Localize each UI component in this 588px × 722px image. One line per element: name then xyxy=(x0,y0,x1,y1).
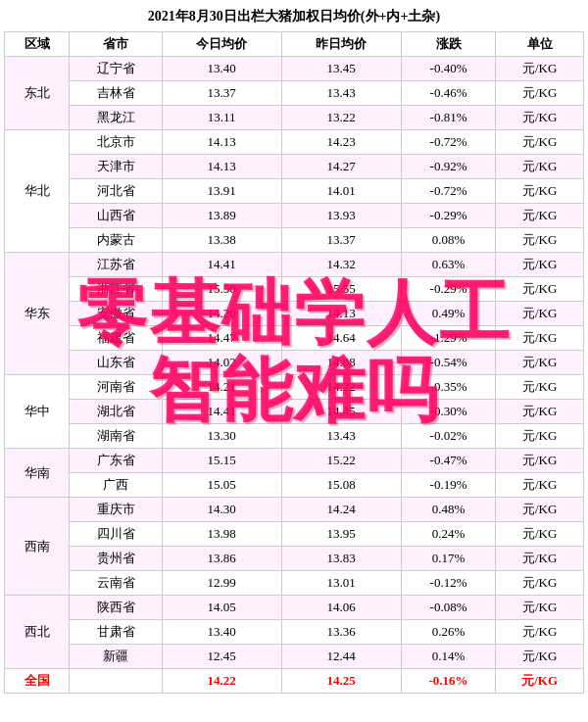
change-cell: 0.26% xyxy=(401,620,496,645)
yesterday-price-cell: 14.08 xyxy=(281,351,401,375)
table-row: 华南广东省15.1515.22-0.47%元/KG xyxy=(5,449,584,473)
province-cell: 广东省 xyxy=(70,449,162,473)
change-cell: 0.48% xyxy=(401,498,496,522)
change-cell: -0.46% xyxy=(401,81,496,106)
table-row: 福建省14.4714.64-1.29%元/KG xyxy=(5,326,584,351)
table-row: 浙江省15.5015.55-0.29%元/KG xyxy=(5,277,584,302)
today-price-cell: 14.30 xyxy=(162,498,281,522)
today-price-cell: 14.47 xyxy=(162,326,281,351)
unit-cell: 元/KG xyxy=(496,81,584,106)
unit-cell: 元/KG xyxy=(496,571,584,596)
today-price-cell: 13.89 xyxy=(162,204,281,228)
table-row: 安徽省14.2014.130.49%元/KG xyxy=(5,302,584,326)
yesterday-price-cell: 12.44 xyxy=(281,645,401,669)
today-price-cell: 13.11 xyxy=(162,106,281,130)
today-price-cell: 14.13 xyxy=(162,130,281,155)
today-price-cell: 15.05 xyxy=(162,473,281,498)
table-row: 湖南省13.3013.43-0.02%元/KG xyxy=(5,424,584,449)
change-cell: 0.17% xyxy=(401,547,496,571)
yesterday-price-cell: 14.01 xyxy=(281,179,401,204)
yesterday-price-cell: 13.37 xyxy=(281,228,401,253)
today-price-cell: 12.99 xyxy=(162,571,281,596)
province-cell: 甘肃省 xyxy=(70,620,162,645)
unit-cell: 元/KG xyxy=(496,57,584,81)
table-row: 华北北京市14.1314.23-0.72%元/KG xyxy=(5,130,584,155)
price-table: 区域 省市 今日均价 昨日均价 涨跌 单位 东北辽宁省13.4013.45-0.… xyxy=(4,31,584,694)
province-cell: 广西 xyxy=(70,473,162,498)
table-row: 华东江苏省14.4114.320.63%元/KG xyxy=(5,253,584,277)
change-cell: -0.54% xyxy=(401,351,496,375)
unit-cell: 元/KG xyxy=(496,620,584,645)
yesterday-price-cell: 14.22 xyxy=(281,375,401,400)
province-cell: 黑龙江 xyxy=(70,106,162,130)
today-price-cell: 13.30 xyxy=(162,424,281,449)
table-row: 贵州省13.8613.830.17%元/KG xyxy=(5,547,584,571)
today-price-cell: 15.15 xyxy=(162,449,281,473)
yesterday-price-cell: 14.13 xyxy=(281,302,401,326)
table-row: 甘肃省13.4013.360.26%元/KG xyxy=(5,620,584,645)
change-cell: 0.24% xyxy=(401,522,496,547)
table-row: 山东省14.0214.08-0.54%元/KG xyxy=(5,351,584,375)
today-price-cell: 14.41 xyxy=(162,253,281,277)
national-unit-cell: 元/KG xyxy=(496,669,584,694)
change-cell: 0.49% xyxy=(401,302,496,326)
region-cell: 华东 xyxy=(5,253,70,375)
yesterday-price-cell: 14.27 xyxy=(281,155,401,179)
table-row: 山西省13.8913.93-0.29%元/KG xyxy=(5,204,584,228)
table-row: 云南省12.9913.01-0.12%元/KG xyxy=(5,571,584,596)
province-cell: 河北省 xyxy=(70,179,162,204)
change-cell: -0.29% xyxy=(401,204,496,228)
national-row: 全国14.2214.25-0.16%元/KG xyxy=(5,669,584,694)
unit-cell: 元/KG xyxy=(496,106,584,130)
today-price-cell: 14.13 xyxy=(162,155,281,179)
table-row: 西北陕西省14.0514.06-0.08%元/KG xyxy=(5,596,584,620)
yesterday-price-cell: 13.36 xyxy=(281,620,401,645)
region-cell: 东北 xyxy=(5,57,70,130)
today-price-cell: 13.40 xyxy=(162,620,281,645)
unit-cell: 元/KG xyxy=(496,253,584,277)
province-cell: 天津市 xyxy=(70,155,162,179)
change-cell: -0.72% xyxy=(401,130,496,155)
unit-cell: 元/KG xyxy=(496,522,584,547)
national-today-cell: 14.22 xyxy=(162,669,281,694)
unit-cell: 元/KG xyxy=(496,400,584,424)
province-cell: 陕西省 xyxy=(70,596,162,620)
unit-cell: 元/KG xyxy=(496,277,584,302)
province-cell: 北京市 xyxy=(70,130,162,155)
change-cell: 0.08% xyxy=(401,228,496,253)
change-cell: -0.30% xyxy=(401,400,496,424)
unit-cell: 元/KG xyxy=(496,302,584,326)
table-row: 黑龙江13.1113.22-0.81%元/KG xyxy=(5,106,584,130)
national-change-cell: -0.16% xyxy=(401,669,496,694)
yesterday-price-cell: 13.93 xyxy=(281,204,401,228)
yesterday-price-cell: 14.45 xyxy=(281,400,401,424)
change-cell: -0.35% xyxy=(401,375,496,400)
change-cell: -0.81% xyxy=(401,106,496,130)
province-cell: 河南省 xyxy=(70,375,162,400)
province-cell: 吉林省 xyxy=(70,81,162,106)
today-price-cell: 14.05 xyxy=(162,596,281,620)
today-price-cell: 13.86 xyxy=(162,547,281,571)
province-cell: 辽宁省 xyxy=(70,57,162,81)
unit-cell: 元/KG xyxy=(496,228,584,253)
province-cell: 山西省 xyxy=(70,204,162,228)
unit-cell: 元/KG xyxy=(496,473,584,498)
yesterday-price-cell: 14.24 xyxy=(281,498,401,522)
yesterday-price-cell: 13.01 xyxy=(281,571,401,596)
unit-cell: 元/KG xyxy=(496,326,584,351)
table-title: 2021年8月30日出栏大猪加权日均价(外+内+土杂) xyxy=(4,8,584,25)
province-cell: 四川省 xyxy=(70,522,162,547)
table-row: 吉林省13.3713.43-0.46%元/KG xyxy=(5,81,584,106)
table-row: 新疆12.4512.440.14%元/KG xyxy=(5,645,584,669)
yesterday-price-cell: 13.22 xyxy=(281,106,401,130)
province-cell: 云南省 xyxy=(70,571,162,596)
change-cell: -0.29% xyxy=(401,277,496,302)
unit-cell: 元/KG xyxy=(496,424,584,449)
province-cell: 浙江省 xyxy=(70,277,162,302)
national-region-cell: 全国 xyxy=(5,669,70,694)
table-row: 湖北省14.4114.45-0.30%元/KG xyxy=(5,400,584,424)
unit-cell: 元/KG xyxy=(496,547,584,571)
table-row: 天津市14.1314.27-0.92%元/KG xyxy=(5,155,584,179)
main-container: 2021年8月30日出栏大猪加权日均价(外+内+土杂) 区域 省市 今日均价 昨… xyxy=(0,0,588,701)
change-cell: -0.02% xyxy=(401,424,496,449)
